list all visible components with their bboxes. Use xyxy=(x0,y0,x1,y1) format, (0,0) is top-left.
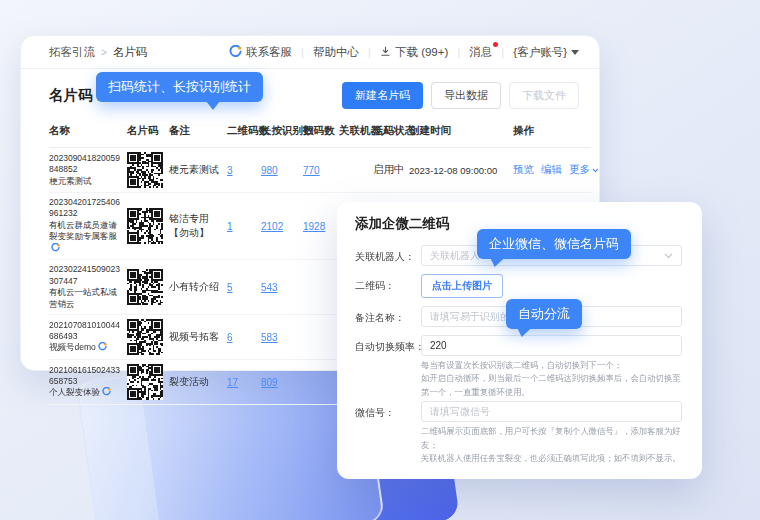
row-actions: 预览 编辑 更多 xyxy=(513,163,599,177)
qr-code-image xyxy=(127,208,163,244)
scan-count-link[interactable]: 1928 xyxy=(303,221,325,232)
press-count-link[interactable]: 2102 xyxy=(261,221,283,232)
page-title: 名片码 xyxy=(49,86,93,105)
top-nav-menu: 联系客服 | 帮助中心 | 下载 (99+) | 消息 | {客户账号} xyxy=(229,45,579,60)
chevron-down-icon xyxy=(664,253,673,259)
qr-count-link[interactable]: 6 xyxy=(227,332,233,343)
breadcrumb-section[interactable]: 拓客引流 xyxy=(49,45,95,60)
qr-cell xyxy=(127,208,169,244)
wechat-card-tooltip: 企业微信、微信名片码 xyxy=(477,229,631,259)
top-navbar: 拓客引流 > 名片码 联系客服 | 帮助中心 | 下载 (99+) | xyxy=(21,36,599,69)
download-icon xyxy=(380,46,391,59)
press-count-link[interactable]: 543 xyxy=(261,282,278,293)
card-name-cell: 202302241509023307447 有机云一站式私域营销云 xyxy=(49,264,127,310)
more-link[interactable]: 更多 xyxy=(569,163,599,177)
scan-count-link[interactable]: 770 xyxy=(303,165,320,176)
remark-cell: 视频号拓客 xyxy=(169,330,227,344)
brand-cloud-icon xyxy=(51,243,60,255)
card-name-cell: 202304201725406961232 有机云群成员邀请裂变奖励专属客服 xyxy=(49,197,127,255)
stats-tooltip: 扫码统计、长按识别统计 xyxy=(96,72,263,102)
card-id: 202106161502433658753 xyxy=(49,365,121,388)
card-title: 视频号demo xyxy=(49,342,121,354)
nav-account-dropdown[interactable]: {客户账号} xyxy=(513,45,579,60)
breadcrumb-separator: > xyxy=(101,47,107,58)
unread-badge-dot xyxy=(493,42,498,47)
press-count-link[interactable]: 809 xyxy=(261,377,278,388)
preview-link[interactable]: 预览 xyxy=(513,163,534,177)
qr-cell xyxy=(127,319,169,355)
wechat-field-label: 微信号： xyxy=(351,401,421,465)
qr-cell xyxy=(127,364,169,400)
table-header-row: 名称 名片码 备注 二维码数 长按识别数 扫码数 关联机器人 活码状态 创建时间… xyxy=(49,118,591,148)
wechat-help-line2: 关联机器人使用任务宝裂变，也必须正确填写此项；如不填则不显示。 xyxy=(421,452,682,465)
brand-cloud-icon xyxy=(102,387,111,399)
create-card-button[interactable]: 新建名片码 xyxy=(342,82,423,109)
remark-cell: 小有转介绍 xyxy=(169,280,227,294)
press-count-link[interactable]: 980 xyxy=(261,165,278,176)
table-row: 202309041820059848852 梗元素测试 梗元素测试 3 980 … xyxy=(49,148,591,193)
support-chat-icon xyxy=(229,45,242,60)
card-name-cell: 202107081010044686493 视频号demo xyxy=(49,320,127,355)
brand-cloud-icon xyxy=(98,342,107,354)
card-id: 202309041820059848852 xyxy=(49,153,121,176)
nav-help-center[interactable]: 帮助中心 xyxy=(313,45,359,60)
card-id: 202302241509023307447 xyxy=(49,264,121,287)
nav-messages[interactable]: 消息 xyxy=(469,45,492,60)
autoflow-tooltip: 自动分流 xyxy=(506,299,582,329)
qr-code-image xyxy=(127,269,163,305)
nav-support[interactable]: 联系客服 xyxy=(229,45,292,60)
remark-cell: 铭洁专用【勿动】 xyxy=(169,212,227,240)
export-data-button[interactable]: 导出数据 xyxy=(431,82,501,109)
card-name-cell: 202309041820059848852 梗元素测试 xyxy=(49,153,127,187)
qr-cell xyxy=(127,269,169,305)
qr-code-image xyxy=(127,319,163,355)
download-file-button[interactable]: 下载文件 xyxy=(509,82,579,109)
robot-field-label: 关联机器人： xyxy=(351,245,421,266)
nav-download[interactable]: 下载 (99+) xyxy=(380,45,448,60)
card-title: 梗元素测试 xyxy=(49,176,121,187)
remark-field-label: 备注名称： xyxy=(351,306,421,327)
qr-code-image xyxy=(127,364,163,400)
qr-count-link[interactable]: 3 xyxy=(227,165,233,176)
breadcrumb-current: 名片码 xyxy=(113,45,148,60)
press-count-link[interactable]: 583 xyxy=(261,332,278,343)
frequency-field-label: 自动切换频率： xyxy=(351,335,421,399)
qr-cell xyxy=(127,152,169,188)
qr-count-link[interactable]: 5 xyxy=(227,282,233,293)
qr-count-link[interactable]: 17 xyxy=(227,377,238,388)
card-title: 有机云群成员邀请裂变奖励专属客服 xyxy=(49,220,121,255)
chevron-down-icon xyxy=(592,168,599,173)
remark-cell: 梗元素测试 xyxy=(169,163,227,177)
wechat-help-line1: 二维码展示页面底部，用户可长按『复制个人微信号』，添加客服为好友； xyxy=(421,425,682,452)
qrcode-field-label: 二维码： xyxy=(351,274,421,298)
card-id: 202107081010044686493 xyxy=(49,320,121,343)
frequency-help-line2: 如开启自动循环，则当最后一个二维码达到切换频率后，会自动切换至第一个，一直重复循… xyxy=(421,372,682,399)
frequency-help-line1: 每当有设置次长按识别该二维码，自动切换到下一个； xyxy=(421,359,682,372)
card-title: 有机云一站式私域营销云 xyxy=(49,287,121,310)
qr-count-link[interactable]: 1 xyxy=(227,221,233,232)
card-title: 个人裂变体验 xyxy=(49,387,121,399)
remark-cell: 裂变活动 xyxy=(169,375,227,389)
wechat-id-input[interactable] xyxy=(421,401,682,422)
card-id: 202304201725406961232 xyxy=(49,197,121,220)
switch-frequency-input[interactable] xyxy=(421,335,682,356)
upload-image-button[interactable]: 点击上传图片 xyxy=(421,274,503,298)
status-cell: 启用中 xyxy=(373,163,409,177)
card-name-cell: 202106161502433658753 个人裂变体验 xyxy=(49,365,127,400)
chevron-down-icon xyxy=(571,50,579,59)
breadcrumb: 拓客引流 > 名片码 xyxy=(49,45,147,60)
created-time-cell: 2023-12-08 09:00:00 xyxy=(409,165,513,176)
edit-link[interactable]: 编辑 xyxy=(541,163,562,177)
qr-code-image xyxy=(127,152,163,188)
